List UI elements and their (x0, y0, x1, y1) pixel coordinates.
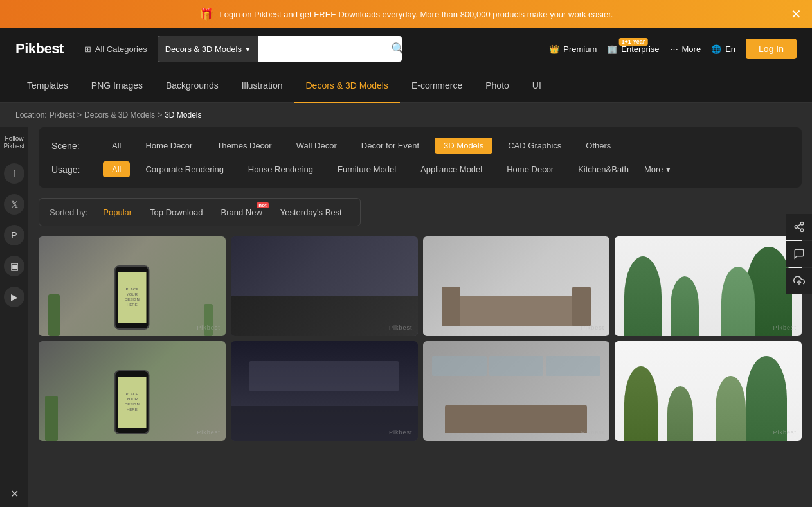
all-categories-button[interactable]: ⊞ All Categories (84, 44, 147, 54)
dots-icon: ⋯ (670, 44, 678, 54)
svg-line-4 (797, 224, 800, 226)
gallery-item-2[interactable]: 👑 Pikbest (231, 236, 418, 336)
gallery-item-1[interactable]: 👑 PLACE YOUR DESIGN HERE Pikbest (39, 236, 226, 336)
share-button[interactable] (786, 214, 812, 240)
gift-icon: 🎁 (199, 7, 213, 21)
gallery-item-5[interactable]: PLACE YOUR DESIGN HERE Pikbest (39, 341, 226, 441)
usage-filter-row: Usage: All Corporate Rendering House Ren… (51, 161, 789, 177)
gallery-column-2: 👑 Pikbest Pikbest (231, 236, 418, 441)
usage-tag-kitchen[interactable]: Kitchen&Bath (569, 161, 638, 177)
gallery-item-7[interactable]: Pikbest (423, 341, 610, 441)
nav-ecommerce[interactable]: E-commerce (400, 69, 474, 103)
main-area: FollowPikbest f 𝕏 P ▣ ▶ ✕ Scene: All Hom… (0, 127, 812, 507)
enterprise-button[interactable]: 1+1 Year 🏢 Enterprise (607, 44, 659, 54)
upload-button[interactable] (786, 268, 812, 294)
instagram-icon[interactable]: ▣ (4, 256, 24, 276)
breadcrumb-home[interactable]: Pikbest (50, 111, 75, 120)
watermark-5: Pikbest (197, 429, 221, 436)
scene-tag-all[interactable]: All (103, 138, 130, 154)
more-button[interactable]: ⋯ More (670, 44, 701, 54)
svg-point-1 (795, 225, 798, 228)
nav-decors-3d[interactable]: Decors & 3D Models (294, 69, 399, 103)
breadcrumb-location-prefix: Location: (15, 111, 47, 120)
usage-tag-appliance[interactable]: Appliance Model (411, 161, 491, 177)
usage-tag-house[interactable]: House Rendering (239, 161, 322, 177)
sort-brand-new[interactable]: Brand New hot (213, 205, 269, 220)
search-bar: Decors & 3D Models ▾ 🔍 (158, 36, 402, 62)
search-button[interactable]: 🔍 (382, 36, 402, 62)
nav-png-images[interactable]: PNG Images (80, 69, 154, 103)
usage-tag-corporate[interactable]: Corporate Rendering (136, 161, 232, 177)
facebook-icon[interactable]: f (4, 163, 24, 184)
search-input[interactable] (258, 36, 382, 62)
sorted-by-label: Sorted by: (50, 208, 87, 217)
gallery-item-4[interactable]: 👑 Pikbest (615, 236, 802, 336)
gallery-item-6[interactable]: Pikbest (231, 341, 418, 441)
gallery-column-1: 👑 PLACE YOUR DESIGN HERE Pikbest (39, 236, 226, 441)
category-dropdown[interactable]: Decors & 3D Models ▾ (158, 36, 258, 62)
hot-badge: hot (257, 202, 268, 208)
scene-filter-row: Scene: All Home Decor Themes Decor Wall … (51, 138, 789, 154)
nav-ui[interactable]: UI (521, 69, 553, 103)
nav-illustration[interactable]: Illustration (230, 69, 294, 103)
year-badge: 1+1 Year (619, 38, 648, 46)
gallery-item-8[interactable]: Pikbest (615, 341, 802, 441)
follow-label: FollowPikbest (4, 135, 25, 150)
banner-text: Login on Pikbest and get FREE Downloads … (220, 10, 613, 19)
usage-tag-furniture[interactable]: Furniture Model (329, 161, 405, 177)
gallery-column-3: 👑 Pikbest (423, 236, 610, 441)
scene-tag-cad-graphics[interactable]: CAD Graphics (499, 138, 570, 154)
svg-point-0 (800, 222, 804, 225)
premium-button[interactable]: 👑 Premium (549, 44, 597, 54)
header-right: 👑 Premium 1+1 Year 🏢 Enterprise ⋯ More 🌐… (549, 39, 797, 59)
main-navigation: Templates PNG Images Backgrounds Illustr… (0, 69, 812, 103)
banner-close-button[interactable]: ✕ (791, 6, 802, 22)
breadcrumb-parent[interactable]: Decors & 3D Models (84, 111, 155, 120)
grid-icon: ⊞ (84, 44, 91, 54)
usage-tag-home-decor[interactable]: Home Decor (498, 161, 563, 177)
breadcrumb: Location: Pikbest > Decors & 3D Models >… (0, 103, 812, 127)
youtube-icon[interactable]: ▶ (4, 287, 24, 307)
svg-point-2 (800, 229, 804, 232)
building-icon: 🏢 (607, 44, 617, 54)
scene-label: Scene: (51, 141, 96, 151)
scene-tag-3d-models[interactable]: 3D Models (435, 138, 492, 154)
promo-banner: 🎁 Login on Pikbest and get FREE Download… (0, 0, 812, 28)
globe-icon: 🌐 (711, 44, 721, 54)
login-button[interactable]: Log In (746, 39, 797, 59)
scene-tag-home-decor[interactable]: Home Decor (136, 138, 201, 154)
language-button[interactable]: 🌐 En (711, 44, 735, 54)
twitter-icon[interactable]: 𝕏 (4, 194, 24, 215)
scene-tag-themes-decor[interactable]: Themes Decor (208, 138, 280, 154)
comment-button[interactable] (786, 241, 812, 267)
right-float-buttons (786, 214, 812, 294)
sort-bar: Sorted by: Popular Top Download Brand Ne… (39, 198, 361, 226)
header: Pikbest ⊞ All Categories Decors & 3D Mod… (0, 28, 812, 69)
scene-tag-others[interactable]: Others (577, 138, 620, 154)
sidebar-close-button[interactable]: ✕ (5, 483, 24, 505)
usage-tag-all[interactable]: All (103, 161, 130, 177)
svg-line-3 (797, 227, 800, 229)
nav-photo[interactable]: Photo (474, 69, 521, 103)
scene-tag-decor-event[interactable]: Decor for Event (352, 138, 428, 154)
usage-more-button[interactable]: More ▾ (644, 165, 671, 174)
chevron-down-icon: ▾ (666, 165, 671, 174)
content-area: Scene: All Home Decor Themes Decor Wall … (28, 127, 812, 507)
usage-label: Usage: (51, 165, 96, 175)
logo[interactable]: Pikbest (15, 40, 64, 57)
image-gallery: 👑 PLACE YOUR DESIGN HERE Pikbest (39, 236, 802, 441)
filter-panel: Scene: All Home Decor Themes Decor Wall … (39, 127, 802, 188)
sort-yesterdays-best[interactable]: Yesterday's Best (273, 205, 350, 220)
nav-templates[interactable]: Templates (15, 69, 80, 103)
sort-popular[interactable]: Popular (95, 205, 140, 220)
crown-icon: 👑 (549, 44, 559, 54)
chevron-down-icon: ▾ (246, 44, 250, 54)
scene-tag-wall-decor[interactable]: Wall Decor (287, 138, 346, 154)
gallery-column-4: 👑 Pikbest (615, 236, 802, 441)
sort-top-download[interactable]: Top Download (142, 205, 210, 220)
social-sidebar: FollowPikbest f 𝕏 P ▣ ▶ ✕ (0, 127, 28, 507)
breadcrumb-current: 3D Models (165, 111, 201, 120)
pinterest-icon[interactable]: P (4, 225, 24, 245)
gallery-item-3[interactable]: 👑 Pikbest (423, 236, 610, 336)
nav-backgrounds[interactable]: Backgrounds (154, 69, 230, 103)
